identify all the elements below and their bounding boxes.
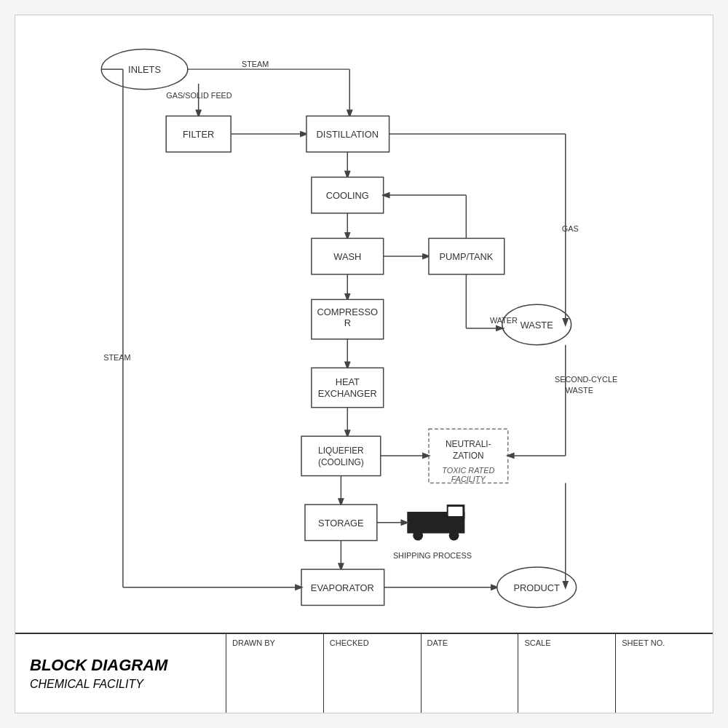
svg-text:WASTE: WASTE xyxy=(521,320,553,331)
svg-text:EXCHANGER: EXCHANGER xyxy=(318,388,377,399)
date-field: DATE xyxy=(422,634,519,713)
svg-point-46 xyxy=(413,531,423,541)
svg-text:NEUTRALI-: NEUTRALI- xyxy=(446,439,491,449)
svg-text:STORAGE: STORAGE xyxy=(318,518,364,529)
svg-text:FILTER: FILTER xyxy=(183,129,214,140)
svg-rect-48 xyxy=(448,507,463,516)
scale-value xyxy=(518,649,615,654)
svg-text:STEAM: STEAM xyxy=(103,353,130,362)
diagram-title: BLOCK DIAGRAM xyxy=(30,656,226,675)
svg-text:SHIPPING PROCESS: SHIPPING PROCESS xyxy=(393,551,472,560)
scale-field: SCALE xyxy=(518,634,616,713)
page: INLETS STEAM GAS/SOLID FEED FILTER DISTI… xyxy=(15,15,713,713)
scale-label: SCALE xyxy=(518,634,615,649)
svg-text:GAS: GAS xyxy=(562,224,579,233)
svg-text:LIQUEFIER: LIQUEFIER xyxy=(318,446,364,456)
svg-text:STEAM: STEAM xyxy=(242,60,269,68)
svg-text:EVAPORATOR: EVAPORATOR xyxy=(311,582,374,593)
svg-text:(COOLING): (COOLING) xyxy=(318,457,364,467)
checked-label: CHECKED xyxy=(324,634,421,649)
drawn-by-field: DRAWN BY xyxy=(226,634,324,713)
sheet-no-field: SHEET NO. xyxy=(616,634,713,713)
svg-text:R: R xyxy=(344,317,351,328)
svg-text:COMPRESSO: COMPRESSO xyxy=(317,306,378,317)
drawn-by-label: DRAWN BY xyxy=(226,634,323,649)
svg-text:COOLING: COOLING xyxy=(326,190,369,201)
title-block: BLOCK DIAGRAM CHEMICAL FACILITY DRAWN BY… xyxy=(15,633,713,713)
svg-rect-32 xyxy=(301,436,381,475)
svg-text:WASTE: WASTE xyxy=(566,386,593,395)
svg-text:FACILITY: FACILITY xyxy=(451,475,486,483)
svg-text:PUMP/TANK: PUMP/TANK xyxy=(439,251,493,262)
title-main: BLOCK DIAGRAM CHEMICAL FACILITY xyxy=(15,634,226,713)
drawn-by-value xyxy=(226,649,323,654)
svg-text:PRODUCT: PRODUCT xyxy=(513,582,560,593)
svg-text:SECOND-CYCLE: SECOND-CYCLE xyxy=(555,375,617,384)
svg-text:DISTILLATION: DISTILLATION xyxy=(317,129,379,140)
checked-value xyxy=(324,649,421,654)
svg-point-47 xyxy=(449,531,459,541)
date-label: DATE xyxy=(422,634,518,649)
sheet-no-label: SHEET NO. xyxy=(616,634,713,649)
diagram-subtitle: CHEMICAL FACILITY xyxy=(30,678,226,691)
svg-text:TOXIC RATED: TOXIC RATED xyxy=(442,466,494,475)
svg-text:GAS/SOLID FEED: GAS/SOLID FEED xyxy=(166,91,232,100)
diagram-area: INLETS STEAM GAS/SOLID FEED FILTER DISTI… xyxy=(15,15,713,634)
svg-text:WATER: WATER xyxy=(490,316,518,325)
svg-text:INLETS: INLETS xyxy=(128,64,161,75)
sheet-no-value xyxy=(616,649,713,654)
svg-text:ZATION: ZATION xyxy=(453,451,484,461)
date-value xyxy=(422,649,518,654)
svg-text:HEAT: HEAT xyxy=(336,376,360,387)
checked-field: CHECKED xyxy=(324,634,422,713)
svg-text:WASH: WASH xyxy=(333,251,361,262)
title-fields: DRAWN BY CHECKED DATE SCALE SHEET NO. xyxy=(226,634,713,713)
